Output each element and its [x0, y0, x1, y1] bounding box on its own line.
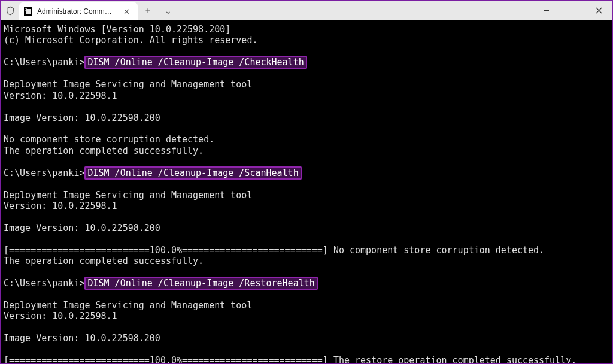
text-line: Image Version: 10.0.22598.200	[4, 113, 609, 123]
titlebar[interactable]: Administrator: Command Prom ✕ ＋ ⌄	[1, 1, 612, 20]
text-line: Image Version: 10.0.22598.200	[4, 333, 609, 344]
blank-line	[4, 123, 609, 134]
close-button[interactable]	[585, 1, 612, 20]
prompt: C:\Users\panki>	[4, 168, 84, 178]
prompt-line: C:\Users\panki>DISM /Online /Cleanup-Ima…	[4, 168, 609, 178]
progress-status: No component store corruption detected.	[333, 245, 544, 256]
text-line: Version: 10.0.22598.1	[4, 201, 609, 211]
text-line: (c) Microsoft Corporation. All rights re…	[4, 35, 609, 46]
cmd-icon	[24, 7, 32, 16]
text-line: Deployment Image Servicing and Managemen…	[4, 79, 609, 90]
text-line: The operation completed successfully.	[4, 145, 609, 156]
progress-bar: [==========================100.0%=======…	[4, 245, 333, 256]
tab-actions: ＋ ⌄	[138, 1, 178, 20]
prompt-line: C:\Users\panki>DISM /Online /Cleanup-Ima…	[4, 278, 609, 289]
prompt: C:\Users\panki>	[4, 57, 84, 68]
tab-dropdown-button[interactable]: ⌄	[158, 2, 178, 20]
text-line: The operation completed successfully.	[4, 256, 609, 266]
blank-line	[4, 211, 609, 222]
new-tab-button[interactable]: ＋	[138, 2, 158, 20]
svg-rect-1	[570, 8, 575, 13]
blank-line	[4, 156, 609, 167]
text-line: Version: 10.0.22598.1	[4, 311, 609, 321]
app-shield-icon	[1, 1, 19, 20]
text-line: Deployment Image Servicing and Managemen…	[4, 190, 609, 201]
text-line: Microsoft Windows [Version 10.0.22598.20…	[4, 24, 609, 35]
blank-line	[4, 289, 609, 300]
text-line: Version: 10.0.22598.1	[4, 90, 609, 101]
progress-status: The restore operation completed successf…	[333, 355, 576, 363]
blank-line	[4, 178, 609, 189]
prompt-line: C:\Users\panki>DISM /Online /Cleanup-Ima…	[4, 57, 609, 68]
progress-bar: [==========================100.0%=======…	[4, 355, 333, 363]
blank-line	[4, 344, 609, 355]
window-controls	[533, 1, 612, 20]
blank-line	[4, 322, 609, 333]
maximize-button[interactable]	[559, 1, 585, 20]
highlighted-command: DISM /Online /Cleanup-Image /RestoreHeal…	[84, 277, 317, 290]
blank-line	[4, 68, 609, 79]
progress-line: [==========================100.0%=======…	[4, 355, 609, 363]
text-line: Deployment Image Servicing and Managemen…	[4, 300, 609, 311]
tab-cmd[interactable]: Administrator: Command Prom ✕	[19, 2, 138, 20]
blank-line	[4, 101, 609, 112]
terminal-output[interactable]: Microsoft Windows [Version 10.0.22598.20…	[1, 20, 612, 363]
text-line: No component store corruption detected.	[4, 134, 609, 145]
minimize-button[interactable]	[533, 1, 559, 20]
blank-line	[4, 233, 609, 244]
tab-close-button[interactable]: ✕	[121, 6, 132, 17]
tab-title: Administrator: Command Prom	[37, 7, 115, 16]
highlighted-command: DISM /Online /Cleanup-Image /CheckHealth	[84, 56, 306, 69]
prompt: C:\Users\panki>	[4, 278, 84, 289]
text-line: Image Version: 10.0.22598.200	[4, 223, 609, 233]
highlighted-command: DISM /Online /Cleanup-Image /ScanHealth	[84, 166, 301, 180]
progress-line: [==========================100.0%=======…	[4, 245, 609, 256]
window-frame: Administrator: Command Prom ✕ ＋ ⌄ Micros…	[0, 0, 613, 364]
